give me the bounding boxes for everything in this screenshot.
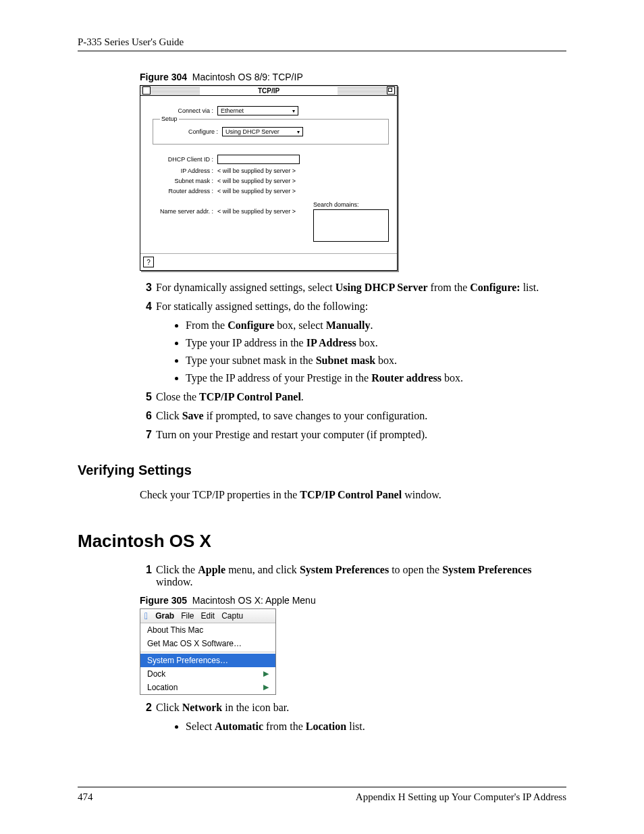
dhcp-client-id-label: DHCP Client ID :: [149, 156, 217, 163]
bullet-item: Type your IP address in the IP Address b…: [186, 337, 566, 349]
menu-location[interactable]: Location▶: [140, 681, 275, 694]
bullet-item: Type your subnet mask in the Subnet mask…: [186, 355, 566, 367]
router-address-label: Router address :: [149, 188, 217, 194]
menubar:  Grab File Edit Captu: [140, 609, 275, 623]
name-server-value: < will be supplied by server >: [217, 208, 296, 215]
subnet-mask-label: Subnet mask :: [149, 178, 217, 184]
step-5-text: Close the TCP/IP Control Panel.: [156, 391, 566, 403]
submenu-arrow-icon: ▶: [263, 669, 269, 678]
window-title: TCP/IP: [200, 86, 338, 95]
page-number: 474: [78, 791, 93, 803]
tcpip-window: TCP/IP Connect via : Ethernet ▾ Setup Co…: [140, 85, 398, 271]
menu-dock[interactable]: Dock▶: [140, 667, 275, 681]
name-server-label: Name server addr. :: [149, 208, 217, 215]
menu-get-software[interactable]: Get Mac OS X Software…: [140, 637, 275, 650]
submenu-arrow-icon: ▶: [263, 683, 269, 692]
step-3-number: 3: [140, 282, 152, 294]
menubar-file[interactable]: File: [181, 611, 194, 621]
figure-305-label: Figure 305: [140, 595, 187, 606]
ip-address-label: IP Address :: [149, 167, 217, 174]
configure-value: Using DHCP Server: [225, 128, 279, 135]
search-domains-input[interactable]: [313, 209, 389, 242]
step-5-number: 5: [140, 391, 152, 403]
apple-dropdown-menu: About This Mac Get Mac OS X Software… Sy…: [140, 623, 275, 694]
step-6-number: 6: [140, 410, 152, 422]
connect-via-dropdown[interactable]: Ethernet ▾: [217, 106, 298, 115]
menu-separator: [140, 652, 275, 652]
chevron-updown-icon: ▾: [292, 108, 295, 114]
bullet-item: From the Configure box, select Manually.: [186, 319, 566, 332]
step-7-number: 7: [140, 429, 152, 441]
step-4-number: 4: [140, 301, 152, 313]
step-6-text: Click Save if prompted, to save changes …: [156, 410, 566, 422]
osx-step-2-text: Click Network in the icon bar.: [156, 702, 566, 714]
menu-system-preferences[interactable]: System Preferences…: [140, 654, 275, 667]
menubar-edit[interactable]: Edit: [200, 611, 215, 621]
titlebar: TCP/IP: [140, 86, 397, 96]
bullet-item: Select Automatic from the Location list.: [186, 721, 566, 733]
header-rule: [78, 51, 566, 51]
dhcp-client-id-input[interactable]: [217, 155, 300, 164]
chevron-updown-icon: ▾: [297, 129, 300, 135]
menubar-capture[interactable]: Captu: [221, 611, 243, 621]
setup-group-label: Setup: [160, 115, 179, 122]
apple-menu-window:  Grab File Edit Captu About This Mac Ge…: [140, 608, 276, 695]
zoom-icon[interactable]: [387, 86, 395, 95]
osx-step-2-number: 2: [140, 702, 152, 714]
router-address-value: < will be supplied by server >: [217, 188, 296, 194]
search-domains-label: Search domains:: [313, 201, 389, 208]
configure-dropdown[interactable]: Using DHCP Server ▾: [222, 127, 303, 136]
subnet-mask-value: < will be supplied by server >: [217, 178, 296, 184]
connect-via-value: Ethernet: [221, 107, 244, 114]
osx-step-1-number: 1: [140, 564, 152, 588]
step-7-text: Turn on your Prestige and restart your c…: [156, 429, 566, 441]
close-icon[interactable]: [142, 86, 151, 95]
ip-address-value: < will be supplied by server >: [217, 167, 296, 174]
macintosh-osx-heading: Macintosh OS X: [78, 531, 566, 552]
figure-304-label: Figure 304: [140, 72, 187, 82]
footer-section: Appendix H Setting up Your Computer's IP…: [356, 791, 566, 803]
page-header: P-335 Series User's Guide: [78, 36, 566, 48]
step-3-text: For dynamically assigned settings, selec…: [156, 282, 566, 294]
figure-304-text: Macintosh OS 8/9: TCP/IP: [192, 72, 303, 82]
figure-305-text: Macintosh OS X: Apple Menu: [192, 595, 316, 606]
step-4-text: For statically assigned settings, do the…: [156, 301, 566, 313]
configure-label: Configure :: [153, 128, 222, 135]
help-icon[interactable]: ?: [143, 257, 154, 267]
figure-305-caption: Figure 305 Macintosh OS X: Apple Menu: [140, 595, 566, 606]
verifying-settings-text: Check your TCP/IP properties in the TCP/…: [140, 488, 566, 502]
verifying-settings-heading: Verifying Settings: [78, 463, 566, 478]
osx-step-1-text: Click the Apple menu, and click System P…: [156, 564, 566, 588]
menubar-grab[interactable]: Grab: [155, 611, 174, 621]
setup-group: Setup Configure : Using DHCP Server ▾: [153, 119, 389, 145]
figure-304-caption: Figure 304 Macintosh OS 8/9: TCP/IP: [140, 72, 566, 82]
menu-about-this-mac[interactable]: About This Mac: [140, 623, 275, 637]
apple-logo-icon[interactable]: : [144, 610, 148, 621]
bullet-item: Type the IP address of your Prestige in …: [186, 372, 566, 384]
connect-via-label: Connect via :: [149, 107, 217, 114]
